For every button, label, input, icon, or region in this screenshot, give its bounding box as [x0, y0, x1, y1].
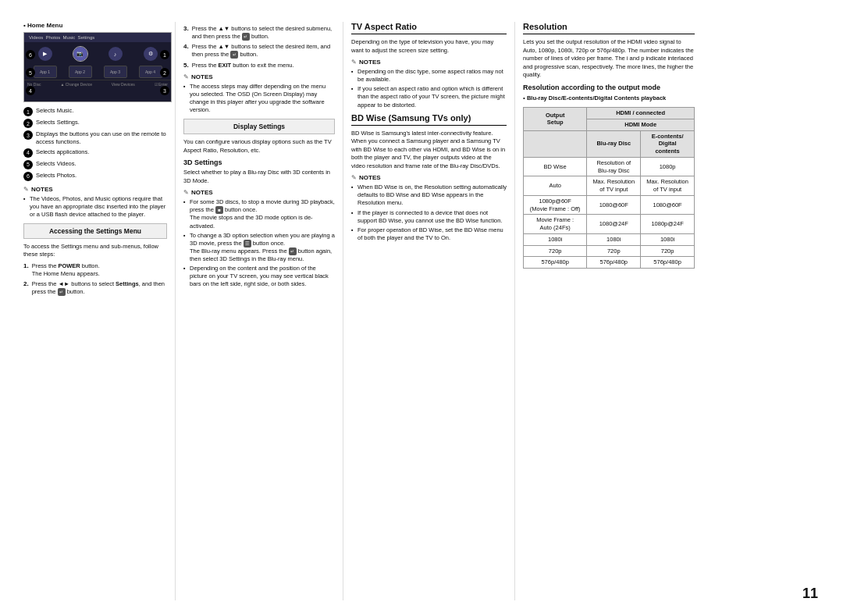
- table-header-row1: OutputSetup HDMI / connected: [524, 108, 695, 119]
- column-2: 3. Press the ▲▼ buttons to select the de…: [176, 22, 343, 600]
- num-1: 1: [23, 107, 33, 116]
- menu-bar-label: Videos Photos Music Settings: [29, 35, 94, 40]
- col1-notes: ✎ NOTES The Videos, Photos, and Music op…: [23, 186, 167, 219]
- tv-aspect-heading: TV Aspect Ratio: [351, 22, 507, 34]
- label-2: 2: [160, 68, 169, 77]
- back-btn-icon: ↵: [289, 247, 297, 255]
- enter-btn-icon: ↵: [58, 288, 66, 296]
- label-6: 6: [26, 50, 35, 59]
- resolution-intro: Lets you set the output resolution of th…: [523, 38, 695, 80]
- col1-note-1: The Videos, Photos, and Music options re…: [23, 195, 167, 219]
- num-4: 4: [23, 148, 33, 158]
- th-hdmi-mode: HDMI Mode: [587, 119, 695, 130]
- home-menu-graphic: Videos Photos Music Settings ▶ 📷 ♪ ⚙: [23, 32, 172, 102]
- label-5: 5: [26, 68, 35, 77]
- td-1080i-econtents: 1080i: [641, 233, 695, 245]
- num-text-6: Selects Photos.: [36, 172, 76, 180]
- step-text-5: Press the EXIT button to exit the menu.: [192, 62, 294, 69]
- th-output: OutputSetup: [524, 108, 587, 131]
- col2-note-1: The access steps may differ depending on…: [183, 83, 335, 115]
- step-3: 3. Press the ▲▼ buttons to select the de…: [183, 25, 335, 41]
- col3-notes2-header: ✎ NOTES: [351, 174, 507, 181]
- num-item-6: 6 Selects Photos.: [23, 172, 167, 181]
- table-row-1080i: 1080i 1080i 1080i: [524, 233, 695, 245]
- num-text-4: Selects applications.: [36, 148, 89, 156]
- step-num-5: 5.: [183, 62, 189, 69]
- td-1080i-label: 1080i: [524, 233, 587, 245]
- td-bdwise-bluray: Resolution ofBlu-ray Disc: [587, 157, 641, 176]
- step-4: 4. Press the ▲▼ buttons to select the de…: [183, 43, 335, 59]
- th-hdmi-connected: HDMI / connected: [587, 108, 695, 119]
- tv-aspect-intro: Depending on the type of television you …: [351, 38, 507, 55]
- accessing-settings-box: Accessing the Settings Menu: [23, 223, 167, 239]
- app2: App 2: [69, 66, 92, 78]
- menu-icon-videos: ▶: [38, 47, 52, 61]
- table-row-movieframe: Movie Frame :Auto (24Fs) 1080@24F 1080p@…: [524, 215, 695, 234]
- num-6: 6: [23, 172, 33, 181]
- td-movieframe-label: Movie Frame :Auto (24Fs): [524, 215, 587, 234]
- menu-bottom-bar: No Disc ▲ Change Device View Devices ☑ E…: [24, 80, 171, 88]
- col2-note2-2: To change a 3D option selection when you…: [183, 232, 335, 264]
- step-1: 1. Press the POWER button.The Home Menu …: [23, 262, 167, 278]
- stop-btn-icon: ■: [215, 206, 223, 214]
- step-num-2: 2.: [23, 280, 29, 287]
- table-row-720p: 720p 720p 720p: [524, 245, 695, 257]
- td-auto-bluray: Max. Resolutionof TV input: [587, 176, 641, 196]
- td-auto-label: Auto: [524, 176, 587, 196]
- col3-notes-title: NOTES: [359, 59, 381, 66]
- resolution-heading: Resolution: [523, 22, 695, 34]
- col2-notes2: ✎ NOTES For some 3D discs, to stop a mov…: [183, 189, 335, 288]
- col2-note2-1: For some 3D discs, to stop a movie durin…: [183, 198, 335, 230]
- menu-icon-settings: ⚙: [144, 47, 158, 61]
- notes-icon-3b: ✎: [351, 174, 357, 181]
- td-576p-bluray: 576p/480p: [587, 257, 641, 269]
- td-movieframe-bluray: 1080@24F: [587, 215, 641, 234]
- step-num-3: 3.: [183, 25, 189, 32]
- display-settings-box: Display Settings: [183, 119, 335, 134]
- home-menu-label: Home Menu: [23, 22, 167, 29]
- settings-icon: ⚙: [144, 47, 158, 61]
- th-setup: [524, 130, 587, 157]
- menu-icons-row: ▶ 📷 ♪ ⚙: [24, 42, 171, 64]
- table-row-auto: Auto Max. Resolutionof TV input Max. Res…: [524, 176, 695, 196]
- videos-icon: ▶: [38, 47, 52, 61]
- td-720p-bluray: 720p: [587, 245, 641, 257]
- step-text-4: Press the ▲▼ buttons to select the desir…: [192, 43, 335, 59]
- 3d-intro: Select whether to play a Blu-ray Disc wi…: [183, 169, 335, 185]
- step-5: 5. Press the EXIT button to exit the men…: [183, 62, 335, 69]
- column-1: Home Menu Videos Photos Music Settings ▶…: [23, 22, 176, 600]
- bd-wise-intro: BD Wise is Samsung's latest inter-connec…: [351, 130, 507, 171]
- num-item-4: 4 Selects applications.: [23, 148, 167, 158]
- td-auto-econtents: Max. Resolutionof TV input: [641, 176, 695, 196]
- app4: App 4: [139, 66, 162, 78]
- side-number-labels-right: 1 2 3: [160, 50, 169, 95]
- col1-notes-header: ✎ NOTES: [23, 186, 167, 193]
- col3-notes: ✎ NOTES Depending on the disc type, some…: [351, 59, 507, 109]
- table-row-1080p60f: 1080p@60F(Movie Frame : Off) 1080@60F 10…: [524, 195, 695, 215]
- notes-icon-3: ✎: [351, 59, 357, 66]
- step-num-4: 4.: [183, 43, 189, 50]
- access-intro-text: To access the Settings menu and sub-menu…: [23, 243, 167, 259]
- td-movieframe-econtents: 1080p@24F: [641, 215, 695, 234]
- notes-icon-1: ✎: [23, 186, 29, 193]
- col3-note2-1: When BD Wise is on, the Resolution setti…: [351, 183, 507, 207]
- step-text-3: Press the ▲▼ buttons to select the desir…: [192, 25, 335, 41]
- change-device-label: ▲ Change Device: [60, 82, 92, 87]
- col2-notes2-header: ✎ NOTES: [183, 189, 335, 196]
- num-item-2: 2 Selects Settings.: [23, 119, 167, 128]
- td-720p-econtents: 720p: [641, 245, 695, 257]
- num-text-2: Selects Settings.: [36, 119, 80, 126]
- display-intro: You can configure various display option…: [183, 138, 335, 155]
- td-576p-label: 576p/480p: [524, 257, 587, 269]
- bd-wise-heading: BD Wise (Samsung TVs only): [351, 113, 507, 126]
- num-text-3: Displays the buttons you can use on the …: [36, 130, 167, 146]
- td-1080p60f-label: 1080p@60F(Movie Frame : Off): [524, 195, 587, 215]
- table-row-576p: 576p/480p 576p/480p 576p/480p: [524, 257, 695, 269]
- enter-btn-icon-4: ↵: [230, 51, 238, 59]
- resolution-output-mode-heading: Resolution according to the output mode: [523, 84, 695, 91]
- step-2: 2. Press the ◄► buttons to select Settin…: [23, 280, 167, 296]
- col3-note2-2: If the player is connected to a device t…: [351, 209, 507, 225]
- col2-notes-title: NOTES: [191, 73, 213, 80]
- col2-note2-3: Depending on the content and the positio…: [183, 265, 335, 288]
- td-576p-econtents: 576p/480p: [641, 257, 695, 269]
